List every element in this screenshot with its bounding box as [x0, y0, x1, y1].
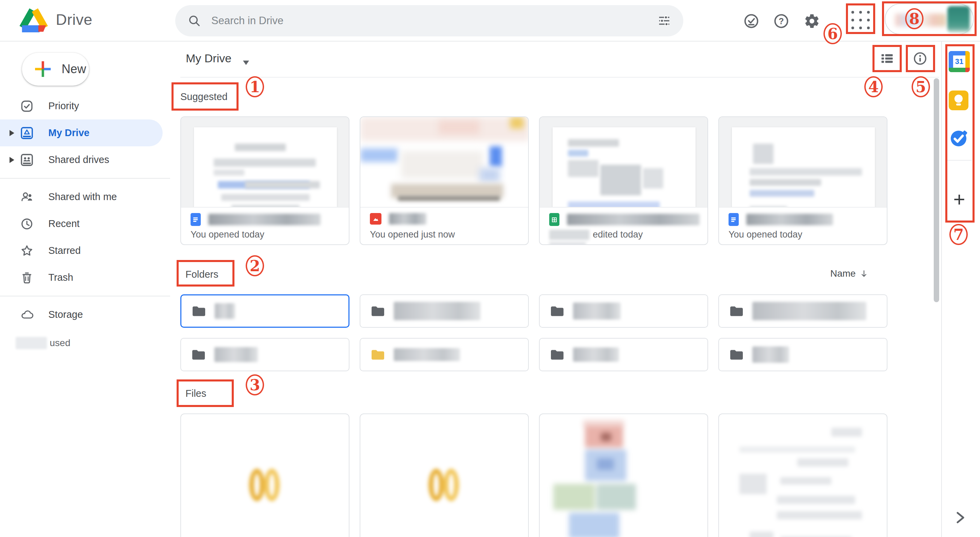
file-card[interactable]: [360, 413, 529, 537]
drive-logo[interactable]: Drive: [19, 7, 92, 33]
folder-icon: [371, 349, 385, 360]
redacted-file-title: [208, 214, 321, 225]
suggested-card[interactable]: You opened today: [180, 116, 350, 245]
redacted-document-thumbnail: [719, 414, 887, 537]
details-icon[interactable]: [912, 50, 928, 67]
sidebar-divider: [0, 296, 170, 296]
folder-tile[interactable]: [180, 338, 350, 371]
file-thumbnail: [360, 117, 528, 207]
shared-drives-icon: [21, 153, 33, 166]
sidebar-divider: [0, 178, 170, 178]
sidebar-item-my-drive[interactable]: My Drive: [0, 120, 163, 146]
shared-with-me-icon: [21, 191, 33, 204]
google-apps-icon[interactable]: [851, 10, 870, 30]
file-caption: You opened today: [729, 229, 802, 240]
sidebar-item-label: Priority: [48, 100, 79, 112]
help-icon[interactable]: ?: [772, 12, 790, 30]
google-tasks-icon[interactable]: [949, 129, 970, 150]
settings-icon[interactable]: [803, 12, 821, 30]
redacted-flowchart-thumbnail: [540, 414, 708, 537]
sidebar-item-label: Storage: [48, 309, 83, 320]
chevron-down-icon[interactable]: [243, 61, 249, 65]
folder-icon: [371, 305, 385, 317]
add-panel-app-button[interactable]: +: [949, 188, 970, 210]
search-input[interactable]: Search in Drive: [211, 14, 657, 27]
redacted-folder-name: [573, 347, 619, 362]
sidebar-item-shared-with-me[interactable]: Shared with me: [0, 183, 170, 210]
sidebar-item-label: My Drive: [48, 127, 89, 139]
redacted-folder-name: [752, 302, 866, 320]
file-card[interactable]: [180, 413, 350, 537]
redacted-emoji-thumbnail: [249, 465, 286, 505]
google-keep-icon[interactable]: [949, 91, 970, 112]
scrollbar[interactable]: [934, 78, 939, 302]
redacted-storage-amount: [16, 337, 47, 349]
google-calendar-icon[interactable]: 31: [949, 51, 970, 72]
show-side-panel-chevron[interactable]: [953, 509, 968, 526]
folder-tile[interactable]: [718, 294, 888, 328]
suggested-card[interactable]: You opened today: [718, 116, 888, 245]
annotation-number-3: 3: [246, 374, 264, 395]
trash-icon: [21, 271, 33, 284]
folder-tile[interactable]: [718, 338, 888, 371]
google-plus-icon: [34, 60, 52, 78]
sidebar-item-label: Starred: [48, 245, 81, 256]
sidebar-nav: Priority My Drive Shared drives: [0, 92, 170, 328]
redacted-emoji-thumbnail: [428, 465, 466, 505]
google-docs-icon: [729, 213, 739, 226]
new-button[interactable]: New: [22, 53, 89, 86]
folder-icon: [191, 349, 205, 360]
suggested-card[interactable]: edited today: [539, 116, 708, 245]
new-button-label: New: [62, 62, 86, 76]
folder-tile[interactable]: [539, 338, 708, 371]
folder-icon: [550, 305, 564, 317]
image-file-icon: [370, 213, 382, 225]
file-card[interactable]: [539, 413, 708, 537]
avatar: [947, 6, 970, 33]
folder-tile[interactable]: [360, 338, 529, 371]
expand-arrow-icon[interactable]: [10, 130, 14, 136]
google-drive-app: Drive Search in Drive: [0, 0, 980, 537]
account-chip[interactable]: [885, 3, 974, 35]
file-caption: You opened just now: [370, 229, 455, 240]
folder-tile[interactable]: [180, 294, 350, 328]
sidebar-item-starred[interactable]: Starred: [0, 237, 170, 264]
sidebar-item-storage[interactable]: Storage: [0, 301, 170, 328]
page-title[interactable]: My Drive: [186, 52, 231, 65]
folder-tile[interactable]: [360, 294, 529, 328]
header-divider: [180, 77, 939, 78]
arrow-down-icon: [859, 269, 869, 278]
list-view-icon[interactable]: [879, 50, 895, 67]
sidebar-item-label: Recent: [48, 218, 80, 229]
file-meta: You opened just now: [360, 207, 528, 245]
redacted-folder-name: [573, 303, 620, 320]
sidebar-item-trash[interactable]: Trash: [0, 264, 170, 291]
google-sheets-icon: [549, 213, 559, 226]
suggested-card[interactable]: You opened just now: [360, 116, 529, 245]
cloud-icon: [21, 308, 33, 321]
drive-logo-icon: [19, 7, 48, 33]
sidebar-item-label: Trash: [48, 272, 73, 283]
expand-arrow-icon[interactable]: [10, 157, 14, 163]
side-panel-divider: [941, 41, 942, 537]
file-meta: You opened today: [181, 207, 349, 245]
starred-icon: [21, 244, 33, 257]
svg-text:?: ?: [778, 16, 784, 26]
search-bar[interactable]: Search in Drive: [175, 5, 683, 37]
sidebar-item-shared-drives[interactable]: Shared drives: [0, 146, 170, 173]
redacted-file-title: [746, 214, 833, 225]
sidebar-item-recent[interactable]: Recent: [0, 210, 170, 237]
redacted-file-title: [567, 214, 700, 225]
sidebar-item-label: Shared drives: [48, 154, 109, 166]
offline-status-icon[interactable]: [743, 12, 760, 30]
redacted-account-name: [895, 14, 947, 27]
file-card[interactable]: [718, 413, 888, 537]
folder-icon: [729, 349, 743, 360]
folder-tile[interactable]: [539, 294, 708, 328]
sidebar-item-priority[interactable]: Priority: [0, 92, 170, 120]
search-filter-icon[interactable]: [657, 14, 671, 27]
redacted-file-title: [389, 213, 426, 225]
redacted-folder-name: [752, 346, 789, 363]
sort-control[interactable]: Name: [830, 268, 869, 279]
file-thumbnail: [719, 117, 887, 207]
